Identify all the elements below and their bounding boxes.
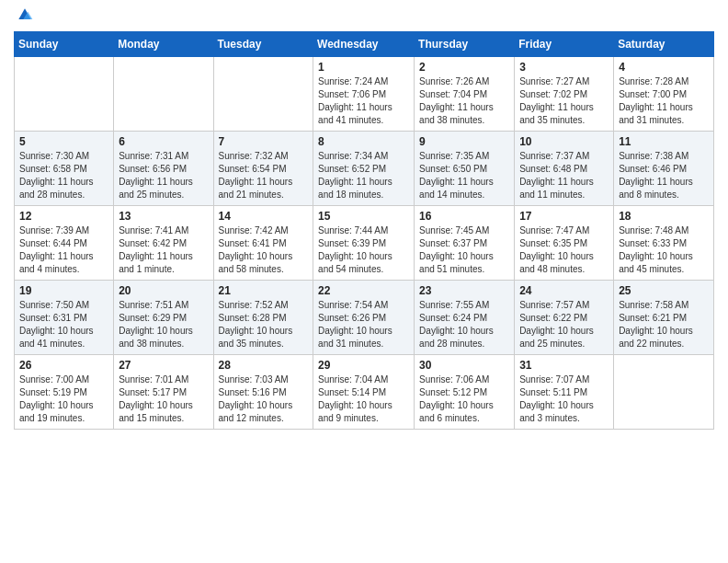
- day-info: Sunrise: 7:31 AM Sunset: 6:56 PM Dayligh…: [119, 150, 208, 201]
- calendar-cell: 29Sunrise: 7:04 AM Sunset: 5:14 PM Dayli…: [313, 355, 415, 430]
- calendar-cell: 7Sunrise: 7:32 AM Sunset: 6:54 PM Daylig…: [213, 132, 313, 206]
- calendar-cell: 11Sunrise: 7:38 AM Sunset: 6:46 PM Dayli…: [614, 132, 714, 206]
- calendar-table: SundayMondayTuesdayWednesdayThursdayFrid…: [14, 31, 714, 430]
- day-number: 10: [519, 135, 609, 148]
- calendar-cell: 5Sunrise: 7:30 AM Sunset: 6:58 PM Daylig…: [15, 132, 114, 206]
- day-info: Sunrise: 7:01 AM Sunset: 5:17 PM Dayligh…: [119, 373, 208, 425]
- calendar-week-row: 1Sunrise: 7:24 AM Sunset: 7:06 PM Daylig…: [15, 57, 714, 132]
- day-info: Sunrise: 7:04 AM Sunset: 5:14 PM Dayligh…: [318, 373, 409, 425]
- day-number: 22: [318, 284, 409, 297]
- day-info: Sunrise: 7:57 AM Sunset: 6:22 PM Dayligh…: [519, 299, 609, 350]
- calendar-cell: 4Sunrise: 7:28 AM Sunset: 7:00 PM Daylig…: [614, 57, 714, 132]
- day-number: 15: [318, 210, 409, 223]
- calendar-cell: 19Sunrise: 7:50 AM Sunset: 6:31 PM Dayli…: [15, 281, 114, 355]
- calendar-week-row: 5Sunrise: 7:30 AM Sunset: 6:58 PM Daylig…: [15, 132, 714, 206]
- day-number: 18: [619, 210, 709, 223]
- day-info: Sunrise: 7:54 AM Sunset: 6:26 PM Dayligh…: [318, 299, 409, 350]
- day-number: 13: [119, 210, 208, 223]
- calendar-cell: [114, 57, 213, 132]
- calendar-cell: 17Sunrise: 7:47 AM Sunset: 6:35 PM Dayli…: [515, 206, 614, 281]
- day-info: Sunrise: 7:41 AM Sunset: 6:42 PM Dayligh…: [119, 224, 208, 276]
- day-of-week-header: Friday: [515, 32, 614, 57]
- day-info: Sunrise: 7:51 AM Sunset: 6:29 PM Dayligh…: [119, 299, 208, 350]
- calendar-cell: [15, 57, 114, 132]
- calendar-cell: 3Sunrise: 7:27 AM Sunset: 7:02 PM Daylig…: [515, 57, 614, 132]
- day-number: 27: [119, 359, 208, 372]
- calendar-cell: 1Sunrise: 7:24 AM Sunset: 7:06 PM Daylig…: [313, 57, 415, 132]
- calendar-cell: 28Sunrise: 7:03 AM Sunset: 5:16 PM Dayli…: [213, 355, 313, 430]
- day-info: Sunrise: 7:24 AM Sunset: 7:06 PM Dayligh…: [318, 75, 409, 127]
- calendar-cell: 18Sunrise: 7:48 AM Sunset: 6:33 PM Dayli…: [614, 206, 714, 281]
- calendar-cell: 26Sunrise: 7:00 AM Sunset: 5:19 PM Dayli…: [15, 355, 114, 430]
- calendar-cell: 8Sunrise: 7:34 AM Sunset: 6:52 PM Daylig…: [313, 132, 415, 206]
- day-number: 5: [19, 135, 108, 148]
- day-number: 3: [519, 61, 609, 74]
- day-info: Sunrise: 7:00 AM Sunset: 5:19 PM Dayligh…: [19, 373, 108, 425]
- day-number: 2: [419, 61, 509, 74]
- day-number: 8: [318, 135, 409, 148]
- calendar-cell: 25Sunrise: 7:58 AM Sunset: 6:21 PM Dayli…: [614, 281, 714, 355]
- day-info: Sunrise: 7:47 AM Sunset: 6:35 PM Dayligh…: [519, 224, 609, 276]
- calendar-cell: 12Sunrise: 7:39 AM Sunset: 6:44 PM Dayli…: [15, 206, 114, 281]
- calendar-cell: 30Sunrise: 7:06 AM Sunset: 5:12 PM Dayli…: [415, 355, 515, 430]
- day-of-week-header: Monday: [114, 32, 213, 57]
- day-info: Sunrise: 7:55 AM Sunset: 6:24 PM Dayligh…: [419, 299, 509, 350]
- day-number: 1: [318, 61, 409, 74]
- day-info: Sunrise: 7:45 AM Sunset: 6:37 PM Dayligh…: [419, 224, 509, 276]
- day-number: 25: [619, 284, 709, 297]
- calendar-header-row: SundayMondayTuesdayWednesdayThursdayFrid…: [15, 32, 714, 57]
- day-info: Sunrise: 7:39 AM Sunset: 6:44 PM Dayligh…: [19, 224, 108, 276]
- day-info: Sunrise: 7:37 AM Sunset: 6:48 PM Dayligh…: [519, 150, 609, 201]
- day-number: 16: [419, 210, 509, 223]
- day-number: 7: [219, 135, 309, 148]
- calendar-cell: 6Sunrise: 7:31 AM Sunset: 6:56 PM Daylig…: [114, 132, 213, 206]
- calendar-cell: 10Sunrise: 7:37 AM Sunset: 6:48 PM Dayli…: [515, 132, 614, 206]
- calendar-week-row: 26Sunrise: 7:00 AM Sunset: 5:19 PM Dayli…: [15, 355, 714, 430]
- day-number: 9: [419, 135, 509, 148]
- day-number: 21: [219, 284, 309, 297]
- day-info: Sunrise: 7:35 AM Sunset: 6:50 PM Dayligh…: [419, 150, 509, 201]
- day-info: Sunrise: 7:30 AM Sunset: 6:58 PM Dayligh…: [19, 150, 108, 201]
- calendar-cell: [213, 57, 313, 132]
- logo: [14, 13, 34, 24]
- calendar-cell: 24Sunrise: 7:57 AM Sunset: 6:22 PM Dayli…: [515, 281, 614, 355]
- day-number: 17: [519, 210, 609, 223]
- calendar-cell: 22Sunrise: 7:54 AM Sunset: 6:26 PM Dayli…: [313, 281, 415, 355]
- day-info: Sunrise: 7:03 AM Sunset: 5:16 PM Dayligh…: [219, 373, 309, 425]
- day-number: 14: [219, 210, 309, 223]
- day-number: 26: [19, 359, 108, 372]
- calendar-cell: [614, 355, 714, 430]
- page-header: [14, 9, 714, 24]
- day-info: Sunrise: 7:26 AM Sunset: 7:04 PM Dayligh…: [419, 75, 509, 127]
- day-number: 19: [19, 284, 108, 297]
- calendar-cell: 2Sunrise: 7:26 AM Sunset: 7:04 PM Daylig…: [415, 57, 515, 132]
- day-of-week-header: Thursday: [415, 32, 515, 57]
- day-number: 11: [619, 135, 709, 148]
- calendar-cell: 27Sunrise: 7:01 AM Sunset: 5:17 PM Dayli…: [114, 355, 213, 430]
- day-info: Sunrise: 7:48 AM Sunset: 6:33 PM Dayligh…: [619, 224, 709, 276]
- calendar-cell: 21Sunrise: 7:52 AM Sunset: 6:28 PM Dayli…: [213, 281, 313, 355]
- day-info: Sunrise: 7:42 AM Sunset: 6:41 PM Dayligh…: [219, 224, 309, 276]
- day-info: Sunrise: 7:58 AM Sunset: 6:21 PM Dayligh…: [619, 299, 709, 350]
- day-number: 29: [318, 359, 409, 372]
- day-number: 12: [19, 210, 108, 223]
- calendar-cell: 23Sunrise: 7:55 AM Sunset: 6:24 PM Dayli…: [415, 281, 515, 355]
- day-info: Sunrise: 7:44 AM Sunset: 6:39 PM Dayligh…: [318, 224, 409, 276]
- day-of-week-header: Sunday: [15, 32, 114, 57]
- calendar-cell: 13Sunrise: 7:41 AM Sunset: 6:42 PM Dayli…: [114, 206, 213, 281]
- day-number: 4: [619, 61, 709, 74]
- logo-icon: [16, 6, 34, 24]
- day-number: 20: [119, 284, 208, 297]
- calendar-cell: 9Sunrise: 7:35 AM Sunset: 6:50 PM Daylig…: [415, 132, 515, 206]
- day-info: Sunrise: 7:27 AM Sunset: 7:02 PM Dayligh…: [519, 75, 609, 127]
- calendar-cell: 31Sunrise: 7:07 AM Sunset: 5:11 PM Dayli…: [515, 355, 614, 430]
- day-number: 24: [519, 284, 609, 297]
- day-info: Sunrise: 7:06 AM Sunset: 5:12 PM Dayligh…: [419, 373, 509, 425]
- calendar-cell: 20Sunrise: 7:51 AM Sunset: 6:29 PM Dayli…: [114, 281, 213, 355]
- day-of-week-header: Tuesday: [213, 32, 313, 57]
- day-info: Sunrise: 7:28 AM Sunset: 7:00 PM Dayligh…: [619, 75, 709, 127]
- calendar-cell: 14Sunrise: 7:42 AM Sunset: 6:41 PM Dayli…: [213, 206, 313, 281]
- day-info: Sunrise: 7:34 AM Sunset: 6:52 PM Dayligh…: [318, 150, 409, 201]
- day-number: 30: [419, 359, 509, 372]
- day-number: 31: [519, 359, 609, 372]
